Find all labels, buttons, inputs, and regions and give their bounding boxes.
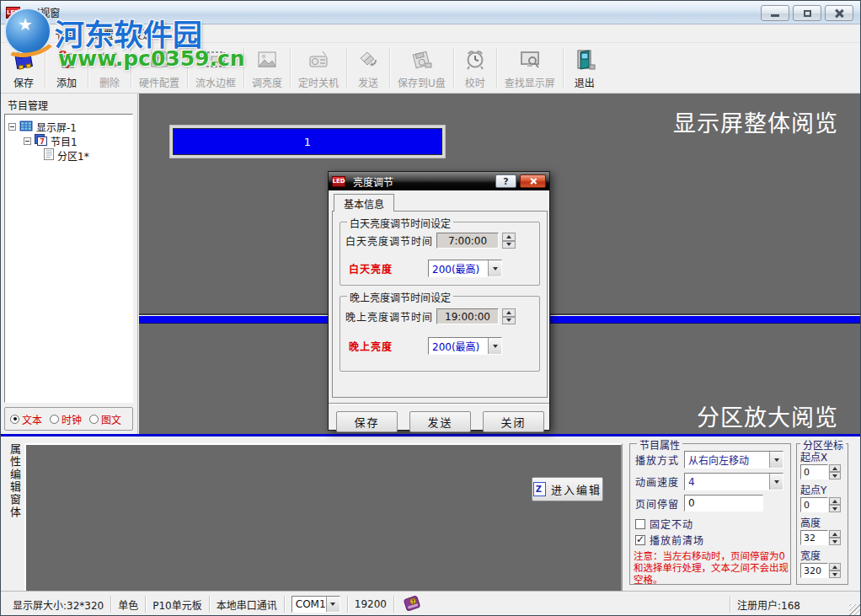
menu-file[interactable]: 文件: [8, 25, 45, 43]
screen-partition-1[interactable]: 1: [173, 128, 442, 155]
toolbar-separator: [131, 48, 131, 88]
toolbar-separator: [496, 48, 497, 88]
svg-text:7: 7: [40, 138, 45, 146]
width-spinner[interactable]: [829, 563, 841, 578]
toolbar-time-sync-button[interactable]: 校时: [456, 43, 495, 93]
height-spinner[interactable]: [829, 530, 841, 545]
minimize-button[interactable]: [761, 5, 789, 21]
partition-type-radios: 文本 时钟 图文: [4, 407, 133, 431]
starty-spinner[interactable]: [829, 497, 841, 512]
width-label: 宽度: [800, 548, 848, 562]
radio-graphic-text[interactable]: 图文: [89, 412, 121, 426]
day-time-field[interactable]: 7:00:00: [436, 233, 499, 249]
edit-doc-icon: Z: [533, 482, 546, 496]
dialog-close-button[interactable]: [520, 174, 546, 188]
toolbar-add-button[interactable]: 添加: [47, 43, 86, 93]
height-label: 高度: [800, 515, 848, 529]
group-title: 分区坐标: [800, 437, 846, 452]
save-usb-icon: [409, 46, 433, 73]
resize-grip[interactable]: [849, 604, 860, 615]
group-title: 晚上亮度调节时间设定: [347, 290, 453, 304]
toolbar-separator: [88, 48, 88, 88]
property-editor-section: 属性编辑窗体 Z 进入编辑 节目属性 播放方式 从右向左移动 动画速度 4: [1, 437, 861, 591]
toolbar-delete-button[interactable]: 删除: [90, 43, 129, 93]
play-mode-combo[interactable]: 从右向左移动: [684, 451, 783, 469]
radio-icon: [10, 415, 19, 424]
toolbar-save-usb-button[interactable]: 保存到U盘: [392, 43, 452, 93]
collapse-icon[interactable]: [24, 137, 31, 145]
day-brightness-combo[interactable]: 200(最高): [428, 260, 502, 277]
night-brightness-combo[interactable]: 200(最高): [428, 337, 502, 355]
height-input[interactable]: 32: [800, 530, 828, 545]
startx-input[interactable]: 0: [800, 464, 828, 479]
chevron-down-icon[interactable]: [769, 474, 783, 490]
chevron-down-icon[interactable]: [488, 338, 501, 354]
close-button[interactable]: [825, 5, 853, 21]
menu-send[interactable]: 发送: [124, 25, 161, 43]
toolbar-timed-shutdown-button[interactable]: 定时关机: [292, 43, 345, 93]
program-manager-title: 节目管理: [1, 94, 137, 115]
dongle-icon: ?: [394, 595, 430, 614]
maximize-button[interactable]: [793, 5, 821, 21]
menu-settings[interactable]: 设置: [85, 25, 122, 43]
dialog-title: 亮度调节: [353, 174, 495, 189]
combo-value: 200(最高): [429, 339, 488, 353]
chevron-down-icon[interactable]: [326, 597, 340, 612]
tab-basic-info[interactable]: 基本信息: [334, 194, 394, 212]
night-time-spinner[interactable]: [502, 308, 516, 324]
chevron-down-icon[interactable]: [769, 452, 783, 468]
screen-icon: [19, 121, 33, 134]
tree-node-label: 节目1: [51, 134, 78, 148]
chevron-down-icon[interactable]: [488, 260, 501, 276]
toolbar-label: 流水边框: [195, 75, 236, 89]
find-screen-icon: [518, 46, 542, 73]
com-port-combo[interactable]: COM1: [291, 596, 340, 613]
dialog-help-button[interactable]: ?: [495, 174, 516, 188]
enter-edit-button[interactable]: Z 进入编辑: [532, 477, 603, 501]
toolbar-marquee-border-button[interactable]: 流水边框: [190, 43, 242, 93]
anim-speed-combo[interactable]: 4: [684, 473, 783, 490]
spin-up-icon[interactable]: [502, 308, 516, 317]
width-input[interactable]: 320: [800, 563, 828, 578]
night-time-field[interactable]: 19:00:00: [436, 308, 499, 324]
collapse-icon[interactable]: [8, 123, 16, 131]
radio-text[interactable]: 文本: [10, 412, 42, 426]
program-manager-panel: 节目管理 显示屏-1 7 节目1 分区1* 文本: [1, 94, 138, 434]
spin-down-icon[interactable]: [502, 317, 516, 325]
night-brightness-group: 晚上亮度调节时间设定 晚上亮度调节时间 19:00:00 晚上亮度 200(最高…: [340, 296, 540, 372]
minimize-icon: [771, 14, 779, 17]
spin-up-icon[interactable]: [502, 233, 516, 241]
screen-preview-frame[interactable]: 1: [169, 125, 446, 158]
toolbar-brightness-button[interactable]: 调亮度: [246, 43, 288, 93]
dialog-close-action-button[interactable]: 关闭: [483, 411, 544, 432]
fixed-checkbox[interactable]: [635, 519, 645, 529]
toolbar-hardware-config-button[interactable]: 硬件配置: [133, 43, 185, 93]
clear-before-play-checkbox[interactable]: [635, 535, 645, 545]
tree-node-screen[interactable]: 显示屏-1: [7, 120, 131, 134]
toolbar-send-button[interactable]: 发送: [349, 43, 388, 93]
day-time-spinner[interactable]: [502, 233, 516, 249]
toolbar-find-screen-button[interactable]: 查找显示屏: [499, 43, 561, 93]
dialog-send-button[interactable]: 发送: [409, 411, 471, 432]
app-led-icon: LED: [6, 7, 20, 19]
radio-clock[interactable]: 时钟: [50, 412, 82, 426]
spin-down-icon[interactable]: [502, 241, 516, 249]
startx-spinner[interactable]: [829, 464, 841, 479]
toolbar-exit-button[interactable]: 退出: [565, 43, 604, 93]
close-icon: [530, 178, 537, 185]
toolbar-separator: [290, 48, 291, 88]
tree-node-program[interactable]: 7 节目1: [7, 134, 131, 148]
page-stay-input[interactable]: 0: [684, 495, 763, 512]
toolbar-save-button[interactable]: 保存: [4, 43, 43, 93]
partition-icon: [44, 148, 54, 163]
edit-canvas[interactable]: Z 进入编辑: [24, 443, 623, 593]
tree-node-partition[interactable]: 分区1*: [7, 148, 131, 163]
save-floppy-icon: [12, 46, 35, 73]
dialog-save-button[interactable]: 保存: [336, 411, 398, 432]
editor-panel-label: 属性编辑窗体: [7, 443, 23, 519]
status-screen-size: 显示屏大小:32*320: [6, 597, 110, 612]
starty-input[interactable]: 0: [800, 497, 828, 512]
menu-program[interactable]: 节目: [46, 25, 83, 43]
window-title: led视窗: [24, 5, 60, 19]
toolbar-label: 发送: [358, 75, 378, 89]
